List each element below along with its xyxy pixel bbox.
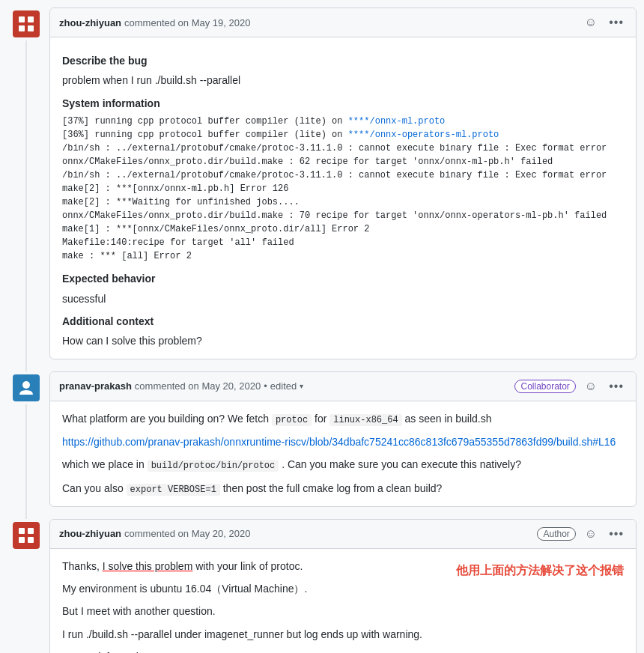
comment-header-right-2: Collaborator ☺ ••• (514, 378, 627, 395)
username-3: zhou-zhiyuan (59, 528, 121, 539)
section-title-context: Additional context (62, 313, 624, 329)
inline-code-protoc: protoc (272, 414, 312, 426)
section-title-describe: Describe the bug (62, 52, 624, 69)
comment-box-2: pranav-prakash commented on May 20, 2020… (49, 371, 637, 507)
comment-body-1: Describe the bug problem when I run ./bu… (50, 37, 636, 359)
author-badge: Author (537, 527, 575, 541)
comment-header-right-1: ☺ ••• (582, 14, 627, 31)
svg-rect-7 (19, 537, 25, 543)
edited-dropdown-icon[interactable]: ▾ (300, 382, 303, 390)
section-title-sysinfo: System information (62, 95, 624, 112)
body-text-context: How can I solve this problem? (62, 332, 624, 349)
section-title-expected: Expected behavior (62, 270, 624, 287)
comment-header-left-2: pranav-prakash commented on May 20, 2020… (59, 380, 303, 392)
avatar-col-2 (7, 371, 45, 519)
emoji-button-3[interactable]: ☺ (582, 526, 600, 542)
code-block-1: [37%] running cpp protocol buffer compil… (62, 115, 624, 263)
emoji-button-2[interactable]: ☺ (582, 378, 600, 395)
svg-rect-8 (28, 537, 34, 543)
comment-date-1: commented on May 19, 2020 (124, 17, 250, 28)
body-text-place: which we place in build/protoc/bin/proto… (62, 456, 624, 473)
edited-link-2[interactable]: edited (270, 380, 297, 392)
svg-rect-1 (28, 16, 34, 22)
svg-rect-2 (19, 25, 25, 31)
comment-block-2: pranav-prakash commented on May 20, 2020… (7, 371, 637, 519)
avatar-icon-2 (18, 380, 34, 396)
avatar-col-3 (7, 519, 45, 653)
body-link-github: https://github.com/pranav-prakash/onnxru… (62, 434, 624, 450)
body-text-thanks: Thanks, I solve this problem with your l… (62, 558, 434, 574)
inline-code-linux: linux-x86_64 (329, 414, 401, 426)
more-options-button-2[interactable]: ••• (606, 378, 627, 395)
svg-rect-6 (28, 528, 34, 534)
avatar-line-2 (25, 404, 27, 519)
comment-body-3: Thanks, I solve this problem with your l… (50, 549, 636, 653)
avatar-icon-3 (18, 527, 34, 544)
username-2: pranav-prakash (59, 380, 132, 392)
body-text-1: problem when I run ./build.sh --parallel (62, 72, 624, 88)
underlined-text: I solve this problem (103, 560, 193, 572)
avatar-col-1 (7, 7, 45, 371)
avatar-icon-1 (18, 16, 34, 32)
avatar-line-1 (25, 40, 27, 371)
github-link[interactable]: https://github.com/pranav-prakash/onnxru… (62, 436, 616, 448)
inline-code-export: export VERBOSE=1 (127, 484, 220, 496)
comment-header-left-3: zhou-zhiyuan commented on May 20, 2020 (59, 528, 250, 539)
avatar-zhou-3 (13, 522, 40, 549)
comment-date-3: commented on May 20, 2020 (124, 528, 250, 539)
annotation-text: 他用上面的方法解决了这个报错 (456, 564, 624, 577)
comment-body-2: What platform are you building on? We fe… (50, 401, 636, 506)
body-text-successful: sucessful (62, 291, 624, 307)
comments-container: zhou-zhiyuan commented on May 19, 2020 ☺… (0, 0, 644, 653)
comment-header-2: pranav-prakash commented on May 20, 2020… (50, 372, 636, 401)
svg-rect-0 (19, 16, 25, 22)
body-text-another: But I meet with another question. (62, 603, 434, 619)
comment-header-right-3: Author ☺ ••• (537, 526, 627, 542)
annotation-area: 他用上面的方法解决了这个报错 (434, 558, 624, 580)
comment-date-2: commented on May 20, 2020 (135, 380, 261, 392)
more-options-button-3[interactable]: ••• (606, 526, 627, 542)
comment-block-1: zhou-zhiyuan commented on May 19, 2020 ☺… (7, 7, 637, 371)
collaborator-badge: Collaborator (514, 380, 575, 393)
comment-box-1: zhou-zhiyuan commented on May 19, 2020 ☺… (49, 7, 637, 359)
svg-rect-3 (28, 25, 34, 31)
svg-rect-5 (19, 528, 25, 534)
inline-code-path: build/protoc/bin/protoc (148, 460, 279, 472)
comment-header-left-1: zhou-zhiyuan commented on May 19, 2020 (59, 17, 250, 28)
body-text-run: I run ./build.sh --parallel under imagen… (62, 626, 434, 643)
svg-point-4 (22, 381, 30, 389)
comment-header-3: zhou-zhiyuan commented on May 20, 2020 A… (50, 520, 636, 549)
body-text-export: Can you also export VERBOSE=1 then post … (62, 480, 624, 497)
more-options-button-1[interactable]: ••• (606, 14, 627, 31)
comment-bullet-2: • (264, 380, 267, 392)
body-text-sysinfo: system informetion: (62, 649, 434, 653)
comment-header-1: zhou-zhiyuan commented on May 19, 2020 ☺… (50, 8, 636, 37)
emoji-button-1[interactable]: ☺ (582, 14, 600, 31)
avatar-pranav-2 (13, 374, 40, 401)
comment-body-text-3: Thanks, I solve this problem with your l… (62, 558, 434, 653)
avatar-zhou-1 (13, 10, 40, 37)
body-text-env: My environment is ubuntu 16.04（Virtual M… (62, 580, 434, 597)
comment-box-3: zhou-zhiyuan commented on May 20, 2020 A… (49, 519, 637, 653)
username-1: zhou-zhiyuan (59, 17, 121, 28)
body-text-platform: What platform are you building on? We fe… (62, 410, 624, 428)
comment-block-3: zhou-zhiyuan commented on May 20, 2020 A… (7, 519, 637, 653)
